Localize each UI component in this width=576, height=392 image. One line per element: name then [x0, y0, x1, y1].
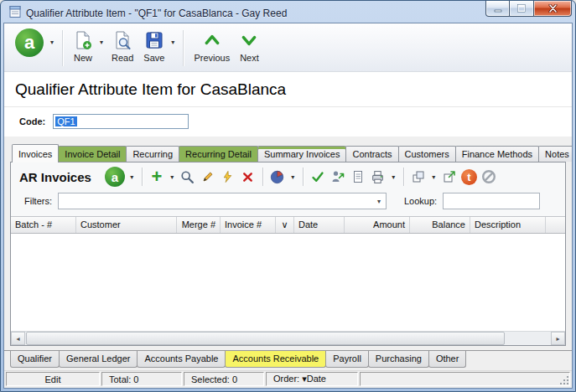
close-button[interactable] — [534, 1, 572, 17]
adagio-menu-dropdown-arrow[interactable]: ▾ — [48, 39, 56, 46]
save-dropdown-arrow[interactable]: ▾ — [169, 39, 177, 46]
bottom-tab-purchasing[interactable]: Purchasing — [368, 351, 429, 368]
search-button[interactable] — [179, 168, 196, 185]
next-button-label: Next — [240, 53, 259, 63]
tab-notes[interactable]: Notes — [538, 146, 573, 162]
lookup-input[interactable] — [443, 193, 540, 209]
add-dropdown-arrow[interactable]: ▾ — [169, 173, 176, 181]
retrieve-user-button[interactable] — [330, 168, 346, 185]
column-header-balance[interactable]: Balance — [410, 217, 470, 233]
bottom-tab-other[interactable]: Other — [428, 351, 467, 368]
toolbar-separator — [183, 30, 184, 66]
pie-chart-button[interactable] — [269, 168, 286, 185]
column-header-merge[interactable]: Merge # — [177, 217, 221, 233]
filters-label: Filters: — [24, 196, 52, 206]
tab-recurring[interactable]: Recurring — [126, 146, 179, 162]
horizontal-scrollbar: ◂ ▸ — [11, 331, 565, 345]
bottom-tab-accounts-receivable[interactable]: Accounts Receivable — [225, 351, 326, 368]
lightning-button[interactable] — [220, 168, 236, 185]
sort-indicator[interactable]: ∨ — [276, 217, 294, 233]
adagio-dropdown-arrow[interactable]: ▾ — [128, 173, 136, 181]
new-dropdown-arrow[interactable]: ▾ — [97, 39, 106, 46]
code-label: Code: — [19, 116, 45, 126]
previous-button-label: Previous — [194, 53, 230, 63]
bottom-tab-general-ledger[interactable]: General Ledger — [59, 351, 138, 368]
export-button[interactable] — [441, 168, 458, 185]
window-client-area: a ▾ New ▾ Read — [3, 23, 573, 389]
panel-title: AR Invoices — [19, 170, 91, 184]
copy-window-button[interactable] — [410, 168, 427, 185]
panel-toolbar-separator — [142, 168, 143, 186]
next-button[interactable]: Next — [236, 27, 263, 64]
module-tab-strip: Qualifier General Ledger Accounts Payabl… — [4, 350, 572, 370]
tab-contracts[interactable]: Contracts — [345, 146, 398, 162]
bottom-tab-accounts-payable[interactable]: Accounts Payable — [137, 351, 226, 368]
cancel-button[interactable] — [480, 168, 497, 185]
scroll-track[interactable] — [25, 332, 551, 345]
resize-grip[interactable] — [559, 375, 569, 385]
filters-combobox[interactable]: ▾ — [58, 193, 387, 209]
status-filler — [360, 372, 570, 386]
tab-invoice-detail[interactable]: Invoice Detail — [58, 146, 127, 162]
title-bar[interactable]: Qualifier Attribute Item - "QF1" for Cas… — [3, 1, 573, 23]
column-header-batch[interactable]: Batch - # — [11, 217, 76, 233]
status-total: Total: 0 — [101, 372, 182, 386]
print-dropdown-arrow[interactable]: ▾ — [390, 173, 397, 181]
save-floppy-icon — [144, 28, 164, 52]
read-document-icon — [112, 28, 132, 52]
previous-chevron-icon — [203, 28, 221, 52]
t-badge-button[interactable]: t — [461, 169, 477, 185]
tab-customers[interactable]: Customers — [398, 146, 456, 162]
bottom-tab-payroll[interactable]: Payroll — [325, 351, 369, 368]
save-button[interactable]: Save — [139, 27, 169, 64]
column-header-date[interactable]: Date — [294, 217, 345, 233]
tab-summary-invoices[interactable]: Summary Invoices — [257, 146, 346, 162]
scroll-thumb[interactable] — [26, 332, 505, 345]
maximize-button[interactable] — [510, 1, 534, 17]
next-chevron-icon — [240, 28, 258, 52]
toolbar-separator — [62, 30, 63, 66]
column-header-amount[interactable]: Amount — [345, 217, 410, 233]
new-item: New ▾ — [69, 27, 106, 64]
main-toolbar: a ▾ New ▾ Read — [4, 23, 572, 72]
print-button[interactable] — [370, 168, 387, 185]
column-header-filler — [546, 217, 565, 233]
checkmark-button[interactable] — [309, 168, 326, 185]
scroll-left-button[interactable]: ◂ — [11, 332, 25, 345]
column-header-invoice[interactable]: Invoice # — [221, 217, 276, 233]
status-mode: Edit — [6, 372, 100, 386]
new-button-label: New — [74, 53, 92, 63]
previous-button[interactable]: Previous — [189, 27, 234, 64]
lookup-label: Lookup: — [404, 196, 437, 206]
save-button-label: Save — [143, 53, 164, 63]
adagio-menu: a ▾ — [11, 27, 56, 59]
bottom-tab-qualifier[interactable]: Qualifier — [10, 351, 60, 368]
previous-item: Previous — [189, 27, 234, 64]
copy-dropdown-arrow[interactable]: ▾ — [430, 173, 438, 181]
adagio-letter: a — [112, 171, 118, 183]
column-header-customer[interactable]: Customer — [76, 217, 177, 233]
column-header-description[interactable]: Description — [470, 217, 546, 233]
tab-finance-methods[interactable]: Finance Methods — [455, 146, 539, 162]
adagio-menu-button[interactable]: a — [11, 27, 48, 59]
panel-toolbar-separator — [303, 168, 304, 186]
grid-body[interactable] — [11, 234, 565, 331]
adagio-logo-icon: a — [15, 28, 44, 57]
window-controls — [485, 1, 572, 17]
tab-invoices[interactable]: Invoices — [12, 144, 59, 162]
edit-button[interactable] — [200, 168, 216, 185]
add-button[interactable]: + — [148, 168, 165, 185]
tab-recurring-detail[interactable]: Recurring Detail — [179, 146, 258, 162]
app-window: Qualifier Attribute Item - "QF1" for Cas… — [0, 0, 576, 392]
minimize-button[interactable] — [485, 1, 510, 17]
pie-chart-dropdown-arrow[interactable]: ▾ — [289, 173, 297, 181]
scroll-right-button[interactable]: ▸ — [551, 332, 565, 345]
adagio-logo-icon[interactable]: a — [105, 167, 125, 187]
delete-button[interactable] — [240, 168, 257, 185]
code-input[interactable]: QF1 — [53, 114, 189, 129]
document-button[interactable] — [350, 168, 366, 185]
code-row: Code: QF1 — [4, 107, 572, 137]
chevron-down-icon[interactable]: ▾ — [372, 193, 386, 209]
read-button[interactable]: Read — [107, 27, 138, 64]
new-button[interactable]: New — [69, 27, 97, 64]
